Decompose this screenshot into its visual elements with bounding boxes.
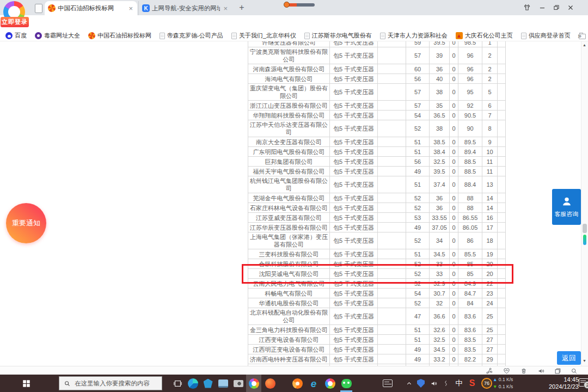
value-cell: 32 <box>430 298 450 308</box>
value-cell <box>498 249 506 259</box>
bookmarks-overflow-button[interactable]: » <box>578 32 581 40</box>
reader-mode-icon[interactable] <box>553 367 562 375</box>
camera-app-icon[interactable] <box>231 375 246 392</box>
company-cell: 许继变压器有限公司 <box>248 41 330 47</box>
orange-app-icon[interactable] <box>262 375 278 392</box>
download-arrow-icon: ▼ <box>493 384 497 389</box>
value-cell: 0 <box>450 47 458 64</box>
task-view-button[interactable] <box>170 375 185 392</box>
windows-taskbar: 在这里输入你要搜索的内容 e 中 S 76 ▲ 0.1 K/ <box>0 375 588 392</box>
bookmark-item[interactable]: 大庆石化公司主页 <box>456 32 513 40</box>
new-tab-button[interactable]: + <box>236 2 247 13</box>
package-cell: 包5 干式变压器 <box>330 84 378 101</box>
value-cell: 83.5 <box>458 345 482 354</box>
value-cell: 1 <box>482 41 498 47</box>
eye-care-icon[interactable] <box>502 367 511 375</box>
value-cell <box>498 157 506 167</box>
value-cell <box>378 354 406 364</box>
value-cell: 95 <box>458 84 482 101</box>
value-cell: 49 <box>406 167 430 176</box>
trash-icon[interactable] <box>519 367 528 375</box>
value-cell: 57 <box>406 101 430 111</box>
company-cell: 宁波奥克斯智能科技股份有限公司 <box>248 47 330 64</box>
pinned-page-icon[interactable] <box>35 4 42 13</box>
value-cell: 8 <box>482 120 498 137</box>
company-cell: 北京科锐配电自动化股份有限公司 <box>248 308 330 325</box>
security-shield-icon[interactable] <box>415 375 427 392</box>
value-cell: 37.05 <box>430 223 450 232</box>
important-notice-bubble[interactable]: 重要通知 <box>6 203 46 243</box>
edge-browser-icon[interactable] <box>185 375 200 392</box>
chrome-like-browser-icon[interactable] <box>322 375 338 392</box>
skin-theme-icon[interactable] <box>520 2 534 14</box>
scroll-up-icon[interactable]: ▲ <box>583 43 586 47</box>
mute-speaker-icon[interactable] <box>537 367 546 375</box>
tab-close-icon[interactable]: × <box>222 5 229 12</box>
taskbar-clock[interactable]: 14:45 2024/12/23 <box>536 376 579 390</box>
value-cell <box>378 249 406 259</box>
bookmark-item[interactable]: 关于我们_北京华科仪 <box>231 32 296 40</box>
bookmark-label: 中国石油招标投标网 <box>97 32 151 40</box>
value-cell: 0 <box>450 298 458 308</box>
value-cell: 5 <box>482 84 498 101</box>
value-cell: 51 <box>406 325 430 335</box>
value-cell: 85.5 <box>458 249 482 259</box>
table-row: 科畅电气有限公司包5 干式变压器5430.7084.723 <box>248 289 506 298</box>
bookmark-label: 关于我们_北京华科仪 <box>239 32 296 40</box>
taskbar-search-input[interactable]: 在这里输入你要搜索的内容 <box>59 376 162 390</box>
tab-cnpc-bidding[interactable]: 中国石油招标投标网 × <box>45 1 137 15</box>
back-page-button[interactable]: 返回 <box>557 351 581 365</box>
bookmark-item[interactable]: 帝森克罗德-公司产品 <box>160 32 223 40</box>
share-icon[interactable] <box>485 367 493 375</box>
start-button[interactable] <box>12 375 40 392</box>
ime-language-indicator[interactable]: 中 <box>453 375 465 392</box>
value-cell: 90.5 <box>458 111 482 120</box>
value-cell: 2 <box>482 64 498 74</box>
table-row: 江苏华辰变压器股份有限公司包5 干式变压器4937.05086.0517 <box>248 223 506 232</box>
slider-knob[interactable] <box>284 2 290 8</box>
minimize-button[interactable] <box>536 2 549 14</box>
value-cell: 32.6 <box>430 325 450 335</box>
sogou-ime-icon[interactable]: S <box>466 375 478 392</box>
computer-app-icon[interactable] <box>216 375 231 392</box>
daqing-icon <box>456 32 463 39</box>
wechat-icon[interactable] <box>339 375 354 392</box>
value-cell: 0 <box>450 74 458 84</box>
pen-input-icon[interactable] <box>440 375 452 392</box>
value-cell: 0 <box>450 41 458 47</box>
bookmark-item[interactable]: 供应商登录首页 <box>521 32 571 40</box>
fox-browser-icon[interactable] <box>290 375 305 392</box>
bookmark-item[interactable]: 中国石油招标投标网 <box>88 32 151 40</box>
news-widget-icon[interactable] <box>380 375 395 392</box>
zoom-icon[interactable] <box>569 367 578 375</box>
table-row: 石家庄科林电气设备有限公司包5 干式变压器523608814 <box>248 203 506 213</box>
tab-strip-slider[interactable] <box>284 2 315 7</box>
scrollbar-thumb[interactable] <box>583 224 587 233</box>
store-app-icon[interactable] <box>200 375 216 392</box>
volume-icon[interactable] <box>428 375 440 392</box>
value-cell: 2 <box>482 47 498 64</box>
package-cell: 包5 干式变压器 <box>330 101 378 111</box>
bookmark-item[interactable]: 毒霸网址大全 <box>35 32 80 40</box>
bookmark-item[interactable]: 百度 <box>5 32 27 40</box>
acceleration-ball[interactable]: 76 <box>480 375 493 392</box>
company-cell: 芜湖金牛电气股份有限公司 <box>248 193 330 203</box>
value-cell: 33.2 <box>430 354 450 364</box>
tab-nav-site[interactable]: K 上网导航-安全实用的网址导航 × <box>138 1 232 15</box>
value-cell <box>378 101 406 111</box>
scroll-down-icon[interactable]: ▼ <box>583 359 586 363</box>
table-row: 三变科技股份有限公司包5 干式变压器5134.5085.519 <box>248 249 506 259</box>
browser-360-taskbar-icon[interactable] <box>246 375 261 392</box>
bookmark-item[interactable]: 天津市人力资源和社会 <box>380 32 448 40</box>
value-cell: 35 <box>430 101 450 111</box>
page-scrollbar[interactable]: ▲ ▼ <box>581 41 588 366</box>
notification-center-icon[interactable]: 2 <box>579 378 588 387</box>
customer-service-button[interactable]: 客服咨询 <box>552 189 581 225</box>
login-badge[interactable]: 立即登录 <box>1 17 29 27</box>
restore-button[interactable] <box>550 2 563 14</box>
tab-close-icon[interactable]: × <box>127 5 134 12</box>
tray-expand-icon[interactable] <box>403 375 415 392</box>
close-button[interactable] <box>564 2 577 14</box>
bookmark-item[interactable]: 江苏斯菲尔电气股份有 <box>304 32 372 40</box>
internet-explorer-icon[interactable]: e <box>306 375 321 392</box>
